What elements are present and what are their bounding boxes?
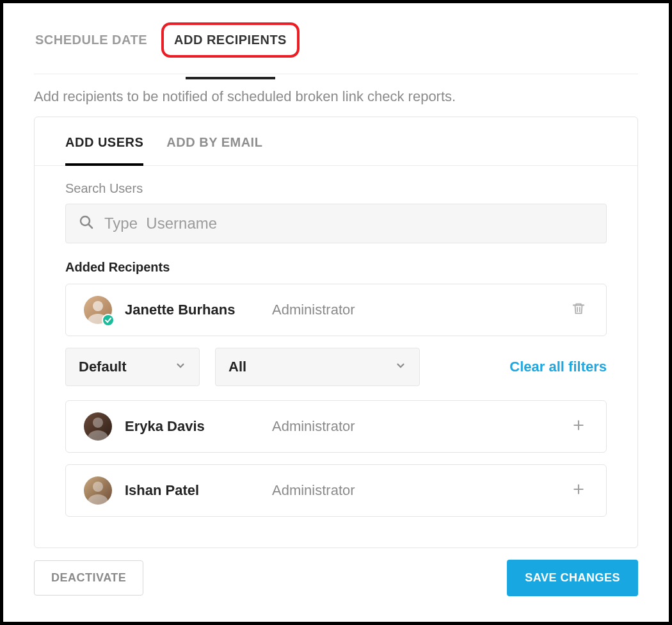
sort-value: Default xyxy=(79,359,127,375)
user-role: Administrator xyxy=(272,418,556,435)
chevron-down-icon xyxy=(395,360,406,374)
recipient-name: Janette Burhans xyxy=(125,302,259,318)
available-user-row: Ishan Patel Administrator xyxy=(65,464,607,517)
user-name: Ishan Patel xyxy=(125,482,259,499)
available-user-row: Eryka Davis Administrator xyxy=(65,400,607,453)
save-changes-button[interactable]: SAVE CHANGES xyxy=(507,560,638,596)
sort-select[interactable]: Default xyxy=(65,348,200,386)
svg-point-2 xyxy=(93,301,103,311)
footer-actions: DEACTIVATE SAVE CHANGES xyxy=(34,560,638,596)
search-label: Search Users xyxy=(65,181,607,196)
chevron-down-icon xyxy=(175,360,186,374)
avatar xyxy=(84,296,112,324)
clear-filters-link[interactable]: Clear all filters xyxy=(509,359,607,375)
added-recipients-title: Added Recipents xyxy=(65,260,607,275)
svg-point-10 xyxy=(93,482,103,492)
tab-add-by-email[interactable]: ADD BY EMAIL xyxy=(166,135,262,165)
svg-line-1 xyxy=(89,225,93,229)
deactivate-button[interactable]: DEACTIVATE xyxy=(34,560,143,596)
filter-row: Default All Clear all filters xyxy=(65,348,607,386)
search-input[interactable] xyxy=(104,215,593,232)
remove-recipient-button[interactable] xyxy=(569,302,588,318)
tab-add-users[interactable]: ADD USERS xyxy=(65,135,143,165)
recipient-row: Janette Burhans Administrator xyxy=(65,284,607,336)
svg-point-6 xyxy=(93,418,103,428)
check-badge-icon xyxy=(102,314,115,327)
trash-icon xyxy=(572,302,586,318)
inner-tabs: ADD USERS ADD BY EMAIL xyxy=(35,117,637,166)
recipient-role: Administrator xyxy=(272,302,556,318)
page-description: Add recipients to be notified of schedul… xyxy=(34,88,638,105)
highlight-callout: ADD RECIPIENTS xyxy=(161,22,300,58)
user-role: Administrator xyxy=(272,482,556,499)
plus-icon xyxy=(572,419,585,434)
role-filter-value: All xyxy=(228,359,246,375)
role-filter-select[interactable]: All xyxy=(215,348,420,386)
main-container: SCHEDULE DATE ADD RECIPIENTS Add recipie… xyxy=(3,3,669,609)
svg-point-11 xyxy=(88,494,108,505)
add-user-button[interactable] xyxy=(569,483,588,498)
panel-body: Search Users Added Recipents Janette xyxy=(35,166,637,548)
avatar xyxy=(84,412,112,441)
tab-add-recipients[interactable]: ADD RECIPIENTS xyxy=(173,30,288,50)
plus-icon xyxy=(572,483,585,498)
search-icon xyxy=(79,215,94,232)
tab-schedule-date[interactable]: SCHEDULE DATE xyxy=(34,30,148,50)
recipients-panel: ADD USERS ADD BY EMAIL Search Users Adde… xyxy=(34,117,638,548)
svg-point-7 xyxy=(88,430,108,441)
search-wrap[interactable] xyxy=(65,204,607,243)
user-name: Eryka Davis xyxy=(125,418,259,435)
add-user-button[interactable] xyxy=(569,419,588,434)
top-tabs: SCHEDULE DATE ADD RECIPIENTS xyxy=(34,3,638,74)
avatar xyxy=(84,476,112,505)
